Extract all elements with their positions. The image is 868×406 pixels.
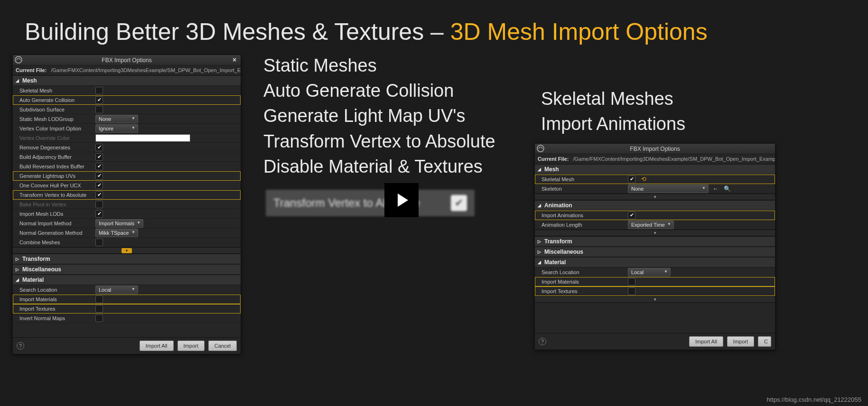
row-bake-pivot: Bake Pivot in Vertex (13, 200, 241, 209)
row-vertex-override-color: Vertex Override Color (13, 133, 241, 143)
button-row: ? Import All Import C (535, 333, 775, 350)
window-title: FBX Import Options (630, 146, 680, 152)
titlebar[interactable]: FBX Import Options × (13, 55, 241, 65)
color-swatch[interactable] (95, 134, 190, 142)
dropdown-vertex-color[interactable]: Ignore (95, 124, 138, 133)
row-normal-import: Normal Import MethodImport Normals (13, 219, 241, 228)
expand-advanced-mat[interactable]: ▾ (535, 296, 775, 303)
row-skeletal-mesh: Skeletal Mesh⟲ (535, 175, 775, 184)
checkbox-bake-pivot[interactable] (95, 201, 103, 208)
row-combine-meshes: Combine Meshes (13, 238, 241, 247)
checkbox-subdiv-surface[interactable] (95, 106, 103, 113)
import-all-button[interactable]: Import All (140, 341, 174, 351)
bullet-disable-mat-tex: Disable Material & Textures (263, 154, 495, 179)
section-misc[interactable]: ▷Miscellaneous (13, 264, 241, 275)
checkbox-combine-meshes[interactable] (95, 239, 103, 246)
checkbox-gen-lightmap[interactable] (95, 172, 103, 180)
cancel-button[interactable]: Cancel (208, 341, 237, 351)
row-import-textures: Import Textures (13, 304, 241, 314)
section-material[interactable]: ◢Material (535, 257, 775, 268)
checkbox-skeletal-mesh[interactable] (95, 87, 103, 94)
row-import-materials: Import Materials (13, 295, 241, 304)
bullet-transform-vertex: Transform Vertex to Absolute (263, 129, 495, 154)
checkbox-import-animations[interactable] (628, 212, 635, 219)
dropdown-normal-import[interactable]: Import Normals (95, 219, 143, 228)
checkbox-import-textures[interactable] (95, 305, 103, 313)
dropdown-normal-gen[interactable]: Mikk TSpace (95, 229, 138, 237)
section-mesh[interactable]: ◢Mesh (535, 164, 775, 175)
import-button[interactable]: Import (727, 336, 754, 347)
row-search-location: Search LocationLocal (13, 285, 241, 295)
help-icon[interactable]: ? (539, 338, 546, 345)
chevron-down-icon: ▾ (654, 231, 656, 235)
chevron-down-icon: ◢ (16, 277, 20, 282)
back-arrow-icon[interactable]: ← (711, 185, 720, 193)
fbx-import-panel-right: FBX Import Options Current File: /Game/F… (534, 143, 775, 350)
dropdown-anim-length[interactable]: Exported Time (628, 221, 674, 229)
row-build-rev-index: Build Reversed Index Buffer (13, 162, 241, 171)
reset-icon[interactable]: ⟲ (641, 175, 646, 183)
play-button[interactable] (384, 183, 419, 217)
dropdown-lodgroup[interactable]: None (95, 115, 138, 123)
help-icon[interactable]: ? (17, 342, 24, 350)
middle-bullets: Static Meshes Auto Generate Collision Ge… (263, 53, 495, 179)
chevron-down-icon: ◢ (538, 167, 542, 172)
checkbox-import-mesh-lods[interactable] (95, 210, 103, 218)
slide-title-prefix: Building Better 3D Meshes & Textures – (25, 18, 450, 45)
checkbox-build-rev-index[interactable] (95, 163, 103, 170)
row-import-textures: Import Textures (535, 286, 775, 296)
titlebar[interactable]: FBX Import Options (535, 144, 775, 154)
checkbox-build-adj[interactable] (95, 153, 103, 161)
dropdown-search-location[interactable]: Local (95, 286, 138, 294)
row-normal-gen: Normal Generation MethodMikk TSpace (13, 228, 241, 238)
watermark: https://blog.csdn.net/qq_21222055 (767, 396, 862, 403)
bullet-gen-lightmap: Generate Light Map UV's (263, 103, 495, 129)
chevron-right-icon: ▷ (16, 267, 20, 272)
unreal-logo-icon (537, 145, 544, 152)
row-one-convex: One Convex Hull Per UCX (13, 181, 241, 190)
current-file-row: Current File: /Game/FMXContent/Importing… (13, 65, 241, 75)
chevron-down-icon: ◢ (538, 203, 542, 208)
chevron-right-icon: ▷ (16, 257, 20, 261)
close-button[interactable]: × (230, 56, 239, 64)
section-material[interactable]: ◢Material (13, 275, 241, 285)
section-transform[interactable]: ▷Transform (13, 254, 241, 264)
bullet-import-animations: Import Animations (541, 111, 685, 137)
cancel-button-fragment[interactable]: C (758, 336, 771, 347)
expand-advanced-mesh[interactable]: ▾ (13, 247, 241, 254)
checkbox-import-textures[interactable] (628, 287, 635, 295)
expand-advanced-mesh[interactable]: ▾ (535, 194, 775, 200)
chevron-right-icon: ▷ (538, 249, 542, 254)
import-button[interactable]: Import (177, 341, 205, 351)
checkbox-invert-normal[interactable] (95, 314, 103, 322)
section-misc[interactable]: ▷Miscellaneous (535, 247, 775, 257)
bullet-auto-gen-collision: Auto Generate Collision (263, 78, 495, 103)
checkbox-import-materials[interactable] (628, 278, 635, 286)
row-import-mesh-lods: Import Mesh LODs (13, 209, 241, 219)
chevron-down-icon: ◢ (538, 260, 542, 265)
import-all-button[interactable]: Import All (689, 336, 723, 347)
window-title: FBX Import Options (102, 57, 151, 64)
checkbox-auto-gen-collision[interactable] (95, 96, 103, 104)
section-animation[interactable]: ◢Animation (535, 200, 775, 211)
checkbox-skeletal-mesh[interactable] (628, 175, 635, 183)
section-transform[interactable]: ▷Transform (535, 236, 775, 247)
search-icon[interactable]: 🔍 (723, 185, 731, 193)
chevron-right-icon: ▷ (538, 239, 542, 244)
row-anim-length: Animation LengthExported Time (535, 220, 775, 230)
checkbox-one-convex[interactable] (95, 182, 103, 189)
right-bullets: Skeletal Meshes Import Animations (541, 86, 685, 137)
row-gen-lightmap-uvs: Generate Lightmap UVs (13, 171, 241, 181)
video-tile-check-icon: ✔ (451, 195, 467, 211)
section-mesh[interactable]: ◢Mesh (13, 75, 241, 86)
chevron-down-icon: ▾ (654, 297, 656, 302)
dropdown-skeleton[interactable]: None (628, 185, 709, 193)
checkbox-remove-degen[interactable] (95, 144, 103, 151)
row-vertex-color-import: Vertex Color Import OptionIgnore (13, 124, 241, 133)
chevron-down-icon: ▾ (121, 248, 132, 253)
current-file-row: Current File: /Game/FMXContent/Importing… (535, 154, 775, 164)
checkbox-transform-vertex-abs[interactable] (95, 191, 103, 199)
dropdown-search-location[interactable]: Local (628, 268, 671, 277)
checkbox-import-materials[interactable] (95, 295, 103, 303)
expand-advanced-anim[interactable]: ▾ (535, 230, 775, 236)
